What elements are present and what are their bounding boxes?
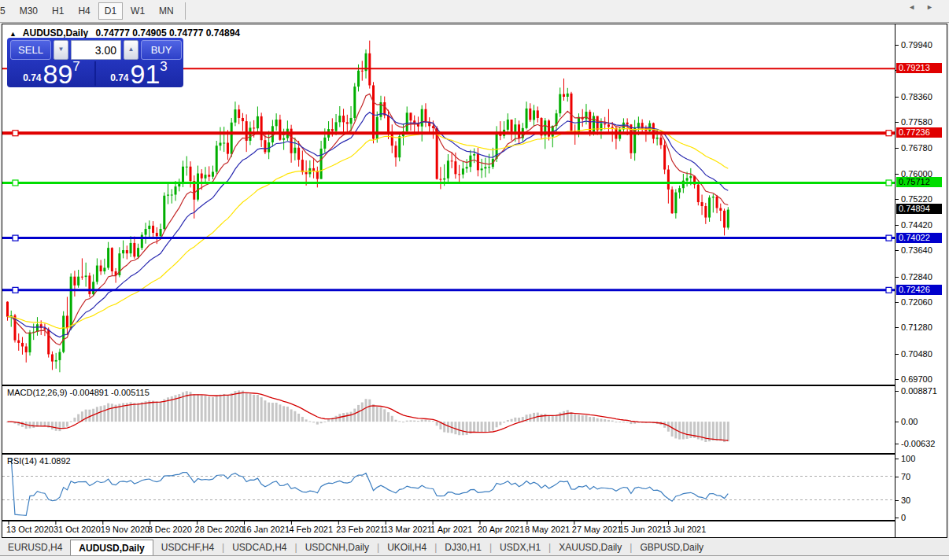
price-tick-label: 0.69700 — [901, 374, 932, 384]
level-price-badge: 0.75712 — [896, 177, 942, 187]
date-label: 8 May 2021 — [525, 525, 570, 534]
price-tick-label: 0.77580 — [901, 117, 932, 127]
tab-scroll-left-icon[interactable]: ◄ — [908, 3, 926, 11]
date-label: 20 Apr 2021 — [478, 525, 524, 534]
date-label: 23 Feb 2021 — [336, 525, 385, 534]
chart-tab-bar: EURUSD,H4AUDUSD,DailyUSDCHF,H4|USDCAD,H4… — [0, 540, 949, 556]
chart-tab-usdcad-h4[interactable]: USDCAD,H4 — [224, 540, 294, 555]
date-label: 28 Dec 2020 — [195, 525, 244, 534]
buy-button[interactable]: BUY — [141, 40, 182, 60]
date-label: 1 Apr 2021 — [430, 525, 472, 534]
date-label: 4 Feb 2021 — [289, 525, 333, 534]
axis-tick — [895, 391, 899, 392]
chart-tab-usdcnh-daily[interactable]: USDCNH,Daily — [297, 540, 377, 555]
date-label: 19 Nov 2020 — [101, 525, 150, 534]
price-tick-label: 0.72060 — [901, 297, 932, 307]
line-drag-handle — [886, 180, 892, 186]
timeframe-button-h4[interactable]: H4 — [72, 2, 96, 20]
axis-tick — [895, 122, 899, 123]
chart-window: 13 Oct 202031 Oct 202019 Nov 20208 Dec 2… — [2, 24, 947, 538]
chart-tab-usdchf-h4[interactable]: USDCHF,H4 — [153, 540, 222, 555]
date-label: 16 Jan 2021 — [242, 525, 290, 534]
axis-tick — [895, 327, 899, 328]
line-drag-handle — [886, 235, 892, 241]
axis-tick — [895, 422, 899, 422]
chart-tab-ukoil-h4[interactable]: UKOil,H4 — [379, 540, 434, 555]
chart-tab-audusd-daily[interactable]: AUDUSD,Daily — [70, 540, 153, 555]
sell-button[interactable]: SELL — [10, 40, 51, 60]
chart-tab-eurusd-h4[interactable]: EURUSD,H4 — [0, 540, 70, 555]
panel-separator[interactable] — [2, 453, 947, 455]
rsi-line — [8, 459, 729, 515]
date-label: 3 Jul 2021 — [667, 525, 707, 534]
line-drag-handle — [13, 235, 18, 241]
chart-symbol-label: AUDUSD,Daily — [23, 28, 88, 39]
tab-scroll-arrows[interactable]: ◄► — [908, 3, 944, 11]
price-tick-label: 0.71280 — [901, 322, 932, 332]
axis-tick — [895, 302, 899, 303]
price-tick-label: 0.74420 — [901, 220, 932, 230]
current-price-badge: 0.74894 — [896, 204, 942, 214]
price-tick-label: 0.75220 — [901, 194, 932, 204]
chart-tab-xauusd-daily[interactable]: XAUUSD,Daily — [551, 540, 630, 555]
axis-tick — [895, 477, 899, 477]
axis-tick — [895, 225, 899, 226]
buy-price[interactable]: 0.74 91 3 — [98, 61, 180, 86]
buy-price-pipette: 3 — [160, 60, 167, 73]
timeframe-button-mn[interactable]: MN — [153, 2, 180, 20]
arrow-up-icon: ▲ — [128, 46, 135, 53]
macd-histogram — [6, 390, 729, 442]
volume-input[interactable] — [71, 40, 121, 60]
rsi-tick-label: 100 — [901, 454, 915, 463]
price-chart[interactable]: 13 Oct 202031 Oct 202019 Nov 20208 Dec 2… — [2, 24, 895, 537]
price-tick-label: 0.73640 — [901, 245, 932, 255]
axis-tick — [895, 379, 899, 380]
date-label: 8 Dec 2020 — [148, 525, 192, 534]
volume-increase-button[interactable]: ▲ — [124, 40, 138, 60]
chart-tab-gbpusd-daily[interactable]: GBPUSD,Daily — [632, 540, 711, 555]
axis-tick — [895, 444, 899, 444]
price-divider — [94, 61, 96, 86]
candles-group — [6, 41, 729, 373]
panel-separator[interactable] — [2, 520, 947, 521]
level-price-badge: 0.74022 — [896, 233, 942, 243]
timeframe-button-5[interactable]: 5 — [0, 2, 12, 20]
date-label: 31 Oct 2020 — [54, 525, 101, 534]
macd-tick-label: -0.00632 — [901, 439, 935, 448]
sell-price[interactable]: 0.74 89 7 — [10, 61, 93, 86]
rsi-tick-label: 30 — [901, 496, 910, 505]
axis-tick — [895, 277, 899, 278]
buy-price-prefix: 0.74 — [110, 72, 128, 83]
chart-tab-usdx-h1[interactable]: USDX,H1 — [492, 540, 548, 555]
volume-decrease-button[interactable]: ▼ — [54, 40, 68, 60]
rsi-label: RSI(14) 41.0892 — [7, 456, 71, 466]
price-tick-label: 0.79940 — [901, 40, 932, 50]
date-label: 27 May 2021 — [572, 525, 622, 534]
level-price-badge: 0.79213 — [896, 63, 942, 73]
tab-scroll-right-icon[interactable]: ► — [926, 3, 944, 11]
axis-tick — [895, 354, 899, 355]
timeframe-button-m30[interactable]: M30 — [13, 2, 44, 20]
axis-tick — [895, 199, 899, 200]
line-drag-handle — [13, 287, 18, 293]
timeframe-toolbar: 5M30H1H4D1W1MN — [0, 0, 949, 23]
ma-line-45 — [8, 128, 729, 328]
chart-tab-dj30-h1[interactable]: DJ30,H1 — [437, 540, 489, 555]
rsi-tick-label: 0 — [901, 513, 906, 522]
panel-separator[interactable] — [2, 385, 947, 386]
timeframe-button-d1[interactable]: D1 — [98, 2, 123, 20]
buy-price-pips: 91 — [131, 63, 161, 86]
timeframe-button-h1[interactable]: H1 — [46, 2, 70, 20]
one-click-trading-panel: SELL ▼ ▲ BUY 0.74 89 7 0.74 91 3 — [7, 38, 183, 87]
timeframe-button-w1[interactable]: W1 — [124, 2, 151, 20]
date-label: 13 Oct 2020 — [6, 525, 54, 534]
price-axis[interactable]: 0.799400.791600.783600.775800.767800.760… — [895, 24, 947, 537]
sell-price-prefix: 0.74 — [23, 72, 41, 83]
rsi-tick-label: 70 — [901, 472, 910, 481]
axis-tick — [895, 459, 899, 459]
sell-price-pips: 89 — [43, 63, 73, 86]
axis-tick — [895, 97, 899, 98]
collapse-panel-icon[interactable]: ▲ — [9, 30, 17, 38]
chart-title: ▲ AUDUSD,Daily 0.74777 0.74905 0.74777 0… — [9, 28, 240, 39]
line-drag-handle — [886, 287, 892, 293]
